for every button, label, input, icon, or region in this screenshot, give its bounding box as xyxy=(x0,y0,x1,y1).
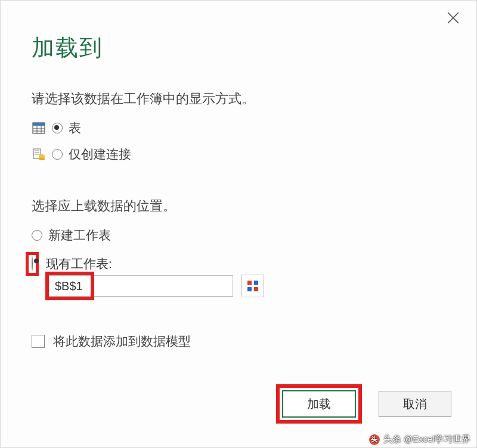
load-to-dialog: 加载到 请选择该数据在工作簿中的显示方式。 表 xyxy=(0,0,477,448)
checkbox-label-add-to-model: 将此数据添加到数据模型 xyxy=(53,333,191,350)
load-button[interactable]: 加载 xyxy=(282,390,356,418)
option-row-existing-sheet[interactable]: 现有工作表: xyxy=(32,252,112,276)
dialog-title: 加载到 xyxy=(32,33,103,63)
cell-reference-input[interactable] xyxy=(48,275,233,297)
option-label-existing-sheet: 现有工作表: xyxy=(46,256,112,272)
connection-icon xyxy=(32,147,46,161)
option-row-new-sheet[interactable]: 新建工作表 xyxy=(32,227,111,244)
location-instruction: 选择应上载数据的位置。 xyxy=(32,197,176,215)
option-row-connection[interactable]: 仅创建连接 xyxy=(32,146,131,163)
svg-rect-3 xyxy=(33,123,45,126)
radio-new-sheet[interactable] xyxy=(32,230,42,241)
radio-table[interactable] xyxy=(52,123,63,133)
cancel-button-label: 取消 xyxy=(403,396,427,412)
option-row-table[interactable]: 表 xyxy=(32,120,81,136)
watermark: 头 头条 @Excel学习世界 xyxy=(369,434,470,445)
close-icon xyxy=(447,11,460,24)
range-selector-button[interactable] xyxy=(241,275,264,297)
highlight-frame-existing-radio xyxy=(26,252,39,276)
option-label-table: 表 xyxy=(69,120,81,136)
table-icon xyxy=(32,121,46,135)
load-button-label: 加载 xyxy=(307,396,331,412)
range-selector-icon xyxy=(247,280,259,292)
watermark-text: 头条 @Excel学习世界 xyxy=(383,434,470,445)
radio-existing-sheet[interactable] xyxy=(32,256,33,271)
svg-rect-15 xyxy=(247,281,252,285)
radio-connection[interactable] xyxy=(52,149,63,160)
option-label-connection: 仅创建连接 xyxy=(69,146,131,163)
cancel-button[interactable]: 取消 xyxy=(379,391,451,417)
svg-point-14 xyxy=(39,158,45,160)
svg-rect-17 xyxy=(247,287,252,291)
svg-rect-16 xyxy=(254,281,258,285)
watermark-logo-icon: 头 xyxy=(369,434,380,445)
checkbox-add-to-model[interactable] xyxy=(32,335,45,348)
highlight-frame-load-button: 加载 xyxy=(276,384,362,424)
option-label-new-sheet: 新建工作表 xyxy=(48,227,111,244)
close-button[interactable] xyxy=(447,11,460,27)
display-mode-instruction: 请选择该数据在工作簿中的显示方式。 xyxy=(32,90,255,108)
button-bar: 加载 取消 xyxy=(276,384,451,424)
svg-rect-18 xyxy=(254,287,258,291)
cell-reference-row xyxy=(48,275,264,297)
add-to-model-row[interactable]: 将此数据添加到数据模型 xyxy=(32,333,191,350)
